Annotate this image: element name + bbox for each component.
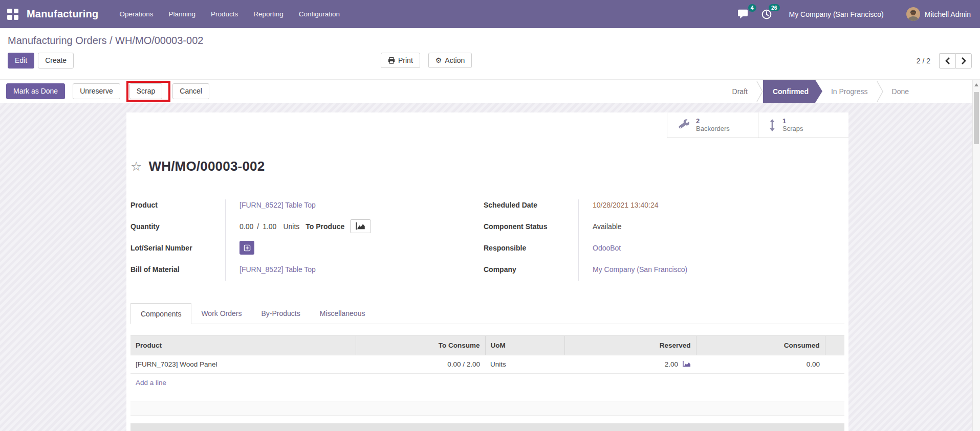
breadcrumb: Manufacturing Orders / WH/MO/00003-002 — [8, 35, 972, 47]
pager-previous-button[interactable] — [939, 53, 955, 69]
stage-draft[interactable]: Draft — [724, 80, 756, 103]
stage-in-progress[interactable]: In Progress — [822, 80, 877, 103]
notebook-tabs: Components Work Orders By-Products Misce… — [130, 303, 844, 324]
chevron-right-icon — [961, 57, 966, 64]
scrollbar-up-arrow[interactable] — [974, 83, 978, 86]
unreserve-button[interactable]: Unreserve — [73, 83, 120, 99]
menu-products[interactable]: Products — [203, 0, 246, 28]
plus-square-icon — [243, 244, 251, 252]
quantity-label: Quantity — [130, 222, 225, 231]
backorders-label: Backorders — [696, 125, 730, 133]
col-header-extra — [825, 336, 844, 355]
tab-by-products[interactable]: By-Products — [251, 303, 310, 324]
product-value-link[interactable]: [FURN_8522] Table Top — [239, 201, 316, 209]
chat-bubble-icon — [737, 9, 748, 19]
add-a-line-link[interactable]: Add a line — [130, 374, 844, 391]
company-label: Company — [484, 265, 578, 274]
print-button[interactable]: Print — [381, 53, 420, 68]
field-separator-line — [578, 199, 579, 281]
scheduled-date-value: 10/28/2021 13:40:24 — [593, 201, 658, 209]
scrap-button[interactable]: Scrap — [129, 83, 163, 99]
menu-planning[interactable]: Planning — [161, 0, 203, 28]
scheduled-date-label: Scheduled Date — [484, 201, 578, 209]
row-reserved: 2.00 — [564, 355, 696, 374]
component-row[interactable]: [FURN_7023] Wood Panel 0.00 / 2.00 Units… — [130, 355, 844, 374]
notebook: Components Work Orders By-Products Misce… — [126, 303, 848, 431]
tab-miscellaneous[interactable]: Miscellaneous — [310, 303, 375, 324]
lot-serial-label: Lot/Serial Number — [130, 244, 225, 252]
printer-icon — [388, 57, 395, 64]
cancel-button[interactable]: Cancel — [172, 83, 209, 99]
apps-grid-icon[interactable] — [7, 9, 18, 20]
smart-button-box: 2 Backorders 1 Scraps — [667, 112, 848, 138]
pager-counter: 2 / 2 — [917, 57, 930, 65]
arrows-v-icon — [769, 119, 776, 131]
menu-operations[interactable]: Operations — [112, 0, 161, 28]
scraps-count: 1 — [782, 118, 803, 125]
messages-icon[interactable]: 4 — [737, 7, 751, 21]
quantity-value: 0.00/1.00UnitsTo Produce — [225, 219, 371, 233]
col-header-uom[interactable]: UoM — [485, 336, 564, 355]
favorite-star-icon[interactable]: ☆ — [130, 160, 142, 173]
product-label: Product — [130, 201, 225, 209]
responsible-value-link[interactable]: OdooBot — [593, 244, 621, 252]
pager-next-button[interactable] — [955, 53, 972, 69]
backorders-smart-button[interactable]: 2 Backorders — [667, 112, 758, 138]
chevron-left-icon — [945, 57, 950, 64]
stage-done[interactable]: Done — [883, 80, 918, 103]
component-status-label: Component Status — [484, 222, 578, 231]
bom-label: Bill of Material — [130, 265, 225, 274]
row-to-consume: 0.00 / 2.00 — [356, 355, 485, 374]
col-header-reserved[interactable]: Reserved — [564, 336, 696, 355]
field-separator-line — [225, 199, 226, 281]
empty-list-band — [130, 401, 844, 416]
create-button[interactable]: Create — [38, 53, 74, 68]
user-name: Mitchell Admin — [925, 10, 971, 18]
app-title[interactable]: Manufacturing — [27, 8, 98, 20]
forecast-chart-icon[interactable] — [683, 361, 691, 368]
company-value-link[interactable]: My Company (San Francisco) — [593, 265, 687, 274]
horizontal-scrollbar[interactable] — [130, 423, 844, 431]
col-header-consumed[interactable]: Consumed — [696, 336, 825, 355]
scraps-label: Scraps — [782, 125, 803, 133]
scrollbar-thumb[interactable] — [974, 92, 979, 144]
activities-badge: 26 — [769, 4, 780, 12]
responsible-label: Responsible — [484, 244, 578, 252]
action-button[interactable]: ⚙Action — [428, 53, 472, 68]
vertical-scrollbar[interactable] — [972, 80, 980, 431]
breadcrumb-parent[interactable]: Manufacturing Orders — [8, 35, 106, 46]
record-title: WH/MO/00003-002 — [148, 158, 265, 174]
company-switcher[interactable]: My Company (San Francisco) — [789, 10, 884, 18]
component-status-value: Available — [593, 222, 622, 231]
breadcrumb-separator: / — [106, 35, 115, 46]
components-table: Product To Consume UoM Reserved Consumed… — [130, 335, 844, 374]
control-panel: Manufacturing Orders / WH/MO/00003-002 E… — [0, 28, 980, 79]
gear-icon: ⚙ — [435, 56, 442, 64]
fields-right-column: Scheduled Date 10/28/2021 13:40:24 Compo… — [484, 198, 816, 284]
breadcrumb-current: WH/MO/00003-002 — [115, 35, 203, 46]
scraps-smart-button[interactable]: 1 Scraps — [758, 112, 848, 138]
bom-value-link[interactable]: [FURN_8522] Table Top — [239, 265, 316, 274]
activities-icon[interactable]: 26 — [761, 7, 775, 21]
menu-reporting[interactable]: Reporting — [246, 0, 291, 28]
col-header-product[interactable]: Product — [130, 336, 356, 355]
stage-chevron-icon — [877, 80, 883, 103]
edit-button[interactable]: Edit — [8, 53, 34, 68]
form-view-background: 2 Backorders 1 Scraps — [0, 103, 980, 431]
stage-chevron-icon — [756, 80, 763, 103]
mark-as-done-button[interactable]: Mark as Done — [6, 83, 65, 99]
fields-left-column: Product [FURN_8522] Table Top Quantity 0… — [130, 198, 463, 284]
tab-components[interactable]: Components — [130, 303, 191, 324]
forecast-chart-button[interactable] — [350, 219, 371, 233]
col-header-to-consume[interactable]: To Consume — [356, 336, 485, 355]
menu-configuration[interactable]: Configuration — [291, 0, 347, 28]
tab-work-orders[interactable]: Work Orders — [191, 303, 251, 324]
area-chart-icon — [356, 222, 365, 230]
top-navbar: Manufacturing Operations Planning Produc… — [0, 0, 980, 28]
add-lot-button[interactable] — [239, 241, 254, 255]
row-consumed: 0.00 — [696, 355, 825, 374]
messages-badge: 4 — [748, 4, 756, 12]
row-product: [FURN_7023] Wood Panel — [130, 355, 356, 374]
user-menu[interactable]: Mitchell Admin — [906, 7, 971, 21]
stage-confirmed[interactable]: Confirmed — [763, 80, 822, 103]
